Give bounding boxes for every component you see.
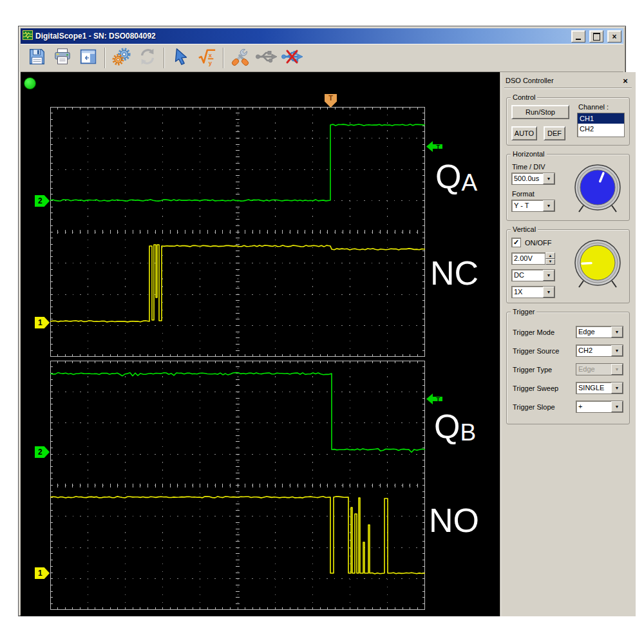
onoff-checkbox[interactable]: ✓ — [511, 238, 521, 247]
trigger-type-label: Trigger Type — [513, 366, 576, 374]
horizontal-group: Horizontal Time / DIV 500.0us ▼ Format Y… — [506, 154, 630, 221]
trigger-source-select[interactable]: CH2▼ — [576, 345, 623, 357]
trigger-slope-row: Trigger Slope+▼ — [513, 401, 623, 413]
time-div-value: 500.0us — [512, 173, 543, 184]
trigger-level-marker-top[interactable]: T — [426, 141, 442, 152]
svg-text:y: y — [209, 60, 213, 66]
trigger-sweep-label: Trigger Sweep — [513, 384, 576, 392]
chevron-down-icon[interactable]: ▼ — [611, 401, 623, 412]
ch1-position-marker-bottom[interactable]: 1 — [35, 567, 50, 579]
trigger-sweep-select[interactable]: SINGLE▼ — [576, 382, 623, 394]
trigger-mode-label: Trigger Mode — [513, 328, 576, 336]
trigger-mode-select[interactable]: Edge▼ — [576, 326, 623, 338]
signal-label-nc: NC — [430, 256, 478, 290]
close-icon: × — [612, 32, 616, 42]
def-button[interactable]: DEF — [544, 126, 565, 140]
trigger-source-label: Trigger Source — [513, 347, 576, 355]
trigger-mode-value: Edge — [576, 327, 611, 337]
trigger-sweep-row: Trigger SweepSINGLE▼ — [513, 382, 623, 394]
probe-select[interactable]: 1X ▼ — [511, 286, 555, 298]
minimize-button[interactable] — [571, 30, 585, 43]
tools-icon — [230, 47, 251, 69]
format-select[interactable]: Y - T ▼ — [511, 200, 555, 212]
scope-display-area: QANCQBNO2121TTT — [21, 72, 500, 616]
print-icon — [53, 47, 72, 69]
usb-disconnect-button[interactable] — [279, 46, 305, 70]
trigger-type-select: Edge▼ — [576, 363, 623, 375]
close-button[interactable]: × — [607, 30, 621, 43]
usb-connect-button[interactable] — [253, 46, 279, 70]
toolbar-separator — [223, 48, 224, 68]
chevron-down-icon[interactable]: ▼ — [543, 270, 554, 281]
refresh-button[interactable] — [135, 46, 160, 70]
horizontal-group-legend: Horizontal — [511, 150, 547, 158]
chevron-down-icon[interactable]: ▼ — [611, 345, 623, 356]
cursor-button[interactable] — [168, 46, 194, 70]
settings-icon — [111, 47, 132, 69]
trigger-position-marker[interactable]: T — [325, 94, 337, 108]
trigger-level-marker-bottom[interactable]: T — [426, 393, 442, 404]
app-icon — [23, 30, 33, 43]
settings-button[interactable] — [109, 46, 135, 70]
trigger-mode-row: Trigger ModeEdge▼ — [513, 326, 623, 338]
ch2-position-marker-top[interactable]: 2 — [35, 195, 50, 207]
tools-button[interactable] — [227, 46, 253, 70]
math-button[interactable]: xy — [194, 46, 220, 70]
trigger-slope-label: Trigger Slope — [513, 403, 576, 411]
format-label: Format — [512, 190, 571, 198]
vertical-knob[interactable] — [573, 238, 625, 291]
run-stop-button[interactable]: Run/Stop — [511, 105, 569, 119]
chevron-down-icon[interactable]: ▼ — [543, 287, 554, 298]
chevron-down-icon[interactable]: ▼ — [543, 173, 554, 184]
client-area: QANCQBNO2121TTT DSO Controller × Control… — [21, 72, 623, 616]
spin-up-icon[interactable]: ▲ — [545, 252, 555, 259]
vertical-group: Vertical ✓ ON/OFF 2.00V ▲ ▼ — [506, 229, 630, 303]
chevron-down-icon[interactable]: ▼ — [611, 327, 623, 337]
onoff-label: ON/OFF — [525, 239, 552, 247]
dso-controller-panel: DSO Controller × Control Run/Stop AUTO D… — [500, 72, 636, 616]
time-div-select[interactable]: 500.0us ▼ — [511, 173, 555, 185]
trace-qa — [50, 124, 425, 201]
channel-listbox[interactable]: CH1CH2 — [577, 113, 625, 137]
refresh-icon — [138, 47, 157, 69]
channel-option-ch1[interactable]: CH1 — [578, 113, 624, 124]
maximize-button[interactable] — [589, 30, 603, 43]
format-value: Y - T — [512, 200, 543, 211]
run-indicator-led — [24, 77, 36, 90]
ch1-position-marker-top[interactable]: 1 — [35, 317, 50, 328]
control-group: Control Run/Stop AUTO DEF Channel : CH1C… — [506, 97, 630, 146]
signal-label-no: NO — [429, 504, 479, 537]
panel-divider — [504, 88, 632, 89]
trigger-group-legend: Trigger — [511, 308, 536, 316]
save-icon — [27, 47, 46, 69]
panel-close-button[interactable]: × — [620, 76, 630, 86]
usb-connect-icon — [255, 48, 277, 68]
trigger-type-row: Trigger TypeEdge▼ — [513, 363, 623, 375]
title-bar[interactable]: DigitalScope1 - SN: DSO0804092 × — [21, 28, 623, 44]
spin-down-icon[interactable]: ▼ — [545, 259, 555, 265]
coupling-select[interactable]: DC ▼ — [511, 269, 555, 281]
trigger-slope-select[interactable]: +▼ — [576, 401, 623, 413]
toolbar-separator — [104, 48, 106, 68]
maximize-icon — [593, 33, 600, 41]
save-button[interactable] — [24, 46, 50, 70]
print-button[interactable] — [50, 46, 75, 70]
usb-disconnect-icon — [281, 48, 303, 68]
trace-nc — [50, 245, 425, 322]
trigger-source-row: Trigger SourceCH2▼ — [513, 345, 623, 357]
trigger-type-value: Edge — [576, 364, 611, 375]
channel-option-ch2[interactable]: CH2 — [578, 124, 624, 134]
chevron-down-icon[interactable]: ▼ — [611, 383, 623, 393]
chevron-down-icon[interactable]: ▼ — [543, 200, 554, 211]
trigger-slope-value: + — [576, 401, 611, 412]
ch2-position-marker-bottom[interactable]: 2 — [35, 446, 50, 458]
volts-div-stepper[interactable]: 2.00V ▲ ▼ — [511, 252, 555, 265]
layout-button[interactable] — [75, 46, 101, 70]
control-group-legend: Control — [511, 93, 537, 101]
horizontal-knob[interactable] — [573, 163, 625, 216]
panel-title: DSO Controller — [506, 77, 554, 84]
layout-icon — [79, 47, 98, 69]
probe-value: 1X — [512, 287, 543, 298]
time-div-label: Time / DIV — [512, 163, 571, 171]
auto-button[interactable]: AUTO — [511, 126, 537, 140]
